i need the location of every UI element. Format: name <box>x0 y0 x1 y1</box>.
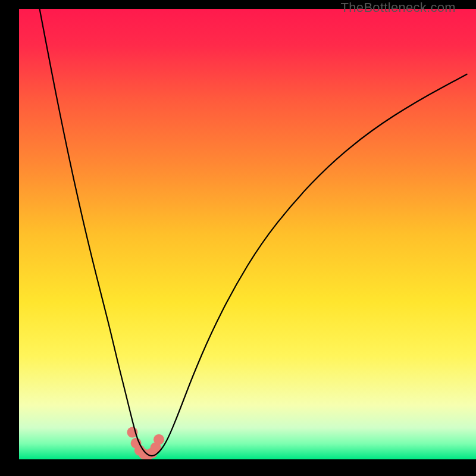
bottleneck-chart <box>19 9 476 459</box>
chart-frame: TheBottleneck.com <box>0 0 476 476</box>
min-marker <box>154 434 164 445</box>
gradient-background <box>19 9 476 459</box>
plot-area <box>19 9 476 459</box>
watermark-text: TheBottleneck.com <box>341 0 456 15</box>
